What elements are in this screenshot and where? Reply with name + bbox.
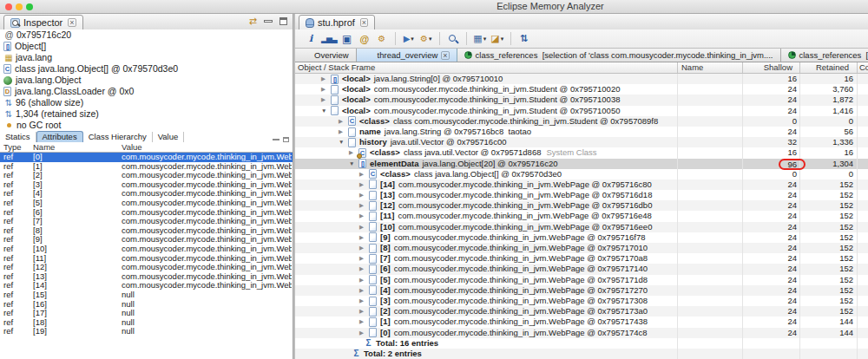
minimize-view-icon[interactable]	[264, 20, 273, 23]
minimize-section-icon[interactable]	[273, 139, 279, 140]
compare-icon-button[interactable]: ⇅	[517, 31, 531, 47]
minimize-window-button[interactable]	[16, 3, 23, 10]
tab-class-references-1[interactable]: class_references [selection of 'class co…	[457, 49, 781, 62]
tree-row[interactable]: Σ Total: 16 entries	[295, 338, 868, 349]
dropdown-arrow-icon[interactable]: ▾	[411, 36, 414, 42]
attribute-row[interactable]: ref [15] null	[0, 290, 293, 300]
overview-icon-button[interactable]: i	[304, 31, 318, 47]
tab-class-hierarchy[interactable]: Class Hierarchy	[83, 132, 153, 142]
tree-row[interactable]: ▶ [0] com.mousycoder.mycode.thinking_in_…	[295, 328, 868, 338]
tree-row[interactable]: ▶ name java.lang.String @ 0x795716bc8 ta…	[295, 127, 868, 137]
tree-row[interactable]: ▶ C <class> class java.util.Vector @ 0x7…	[295, 147, 868, 158]
attribute-row[interactable]: ref [19] null	[0, 327, 293, 336]
attribute-row[interactable]: ref [4] com.mousycoder.mycode.thinking_i…	[0, 189, 293, 199]
close-icon[interactable]: ×	[360, 18, 368, 27]
attribute-row[interactable]: ref [3] com.mousycoder.mycode.thinking_i…	[0, 180, 293, 190]
tree-row[interactable]: ▶ [2] com.mousycoder.mycode.thinking_in_…	[295, 306, 868, 317]
attribute-row[interactable]: ref [2] com.mousycoder.mycode.thinking_i…	[0, 171, 293, 180]
attribute-row[interactable]: ref [10] com.mousycoder.mycode.thinking_…	[0, 245, 293, 254]
close-window-button[interactable]	[5, 3, 12, 10]
expander-icon[interactable]: ▶	[359, 180, 369, 190]
expander-icon[interactable]: ▼	[339, 137, 348, 147]
close-icon[interactable]: ×	[68, 18, 76, 27]
expander-icon[interactable]: ▶	[359, 243, 369, 253]
tree-row[interactable]: ▶ [14] com.mousycoder.mycode.thinking_in…	[295, 180, 868, 190]
tree-row[interactable]: ▶ C <class> class java.lang.Object[] @ 0…	[295, 169, 868, 180]
tree-row[interactable]: ▶ [9] com.mousycoder.mycode.thinking_in_…	[295, 232, 868, 243]
tree-row[interactable]: ▶ <local> com.mousycoder.mycode.thinking…	[295, 95, 868, 105]
column-separator[interactable]	[742, 62, 743, 73]
column-separator[interactable]	[799, 62, 800, 73]
expander-icon[interactable]: ▶	[359, 253, 369, 264]
tree-row[interactable]: ▶ [11] com.mousycoder.mycode.thinking_in…	[295, 211, 868, 221]
tree-row[interactable]: ▶ [] <local> java.lang.String[0] @ 0x795…	[295, 74, 868, 84]
retained-size-icon-button[interactable]: ▦ ▾	[473, 31, 487, 47]
column-header-type[interactable]: Type	[3, 142, 22, 152]
run-expert-test-icon-button[interactable]: ▶ ▾	[402, 31, 416, 47]
dominator-tree-icon-button[interactable]: ▣	[340, 31, 354, 47]
tree-row[interactable]: ▼ history java.util.Vector @ 0x795716c00…	[295, 137, 868, 147]
expander-icon[interactable]: ▶	[321, 74, 331, 84]
expander-icon[interactable]: ▶	[339, 127, 348, 137]
tab-thread-overview[interactable]: thread_overview ×	[357, 49, 457, 62]
expander-icon[interactable]: ▶	[359, 264, 369, 274]
tree-row[interactable]: ▼ [] elementData java.lang.Object[20] @ …	[295, 159, 868, 169]
expander-icon[interactable]: ▶	[359, 285, 369, 296]
expander-icon[interactable]: ▶	[359, 211, 369, 221]
expander-icon[interactable]: ▶	[359, 275, 369, 285]
dropdown-arrow-icon[interactable]: ▾	[501, 36, 504, 42]
thread-overview-icon-button[interactable]: ⚙	[375, 31, 389, 47]
expander-icon[interactable]: ▶	[359, 190, 369, 200]
expander-icon[interactable]: ▼	[321, 106, 331, 116]
export-icon-button[interactable]: ◪ ▾	[490, 31, 504, 47]
attribute-row[interactable]: ref [6] com.mousycoder.mycode.thinking_i…	[0, 208, 293, 218]
tree-row[interactable]: ▶ [10] com.mousycoder.mycode.thinking_in…	[295, 222, 868, 232]
column-header-name[interactable]: Name	[681, 62, 703, 73]
attribute-row[interactable]: ref [8] com.mousycoder.mycode.thinking_i…	[0, 226, 293, 236]
expander-icon[interactable]: ▶	[359, 232, 369, 243]
tree-row[interactable]: ▶ [8] com.mousycoder.mycode.thinking_in_…	[295, 243, 868, 253]
attribute-row[interactable]: ref [0] com.mousycoder.mycode.thinking_i…	[0, 153, 293, 162]
tree-row[interactable]: ▶ [13] com.mousycoder.mycode.thinking_in…	[295, 190, 868, 200]
tree-row[interactable]: ▶ [6] com.mousycoder.mycode.thinking_in_…	[295, 264, 868, 274]
expander-icon[interactable]: ▶	[359, 222, 369, 232]
close-icon[interactable]: ×	[441, 51, 449, 60]
tree-row[interactable]: ▶ [3] com.mousycoder.mycode.thinking_in_…	[295, 296, 868, 306]
column-header-value[interactable]: Value	[122, 142, 142, 152]
tree-row[interactable]: ▶ [1] com.mousycoder.mycode.thinking_in_…	[295, 317, 868, 327]
dropdown-arrow-icon[interactable]: ▾	[429, 36, 432, 42]
expander-icon[interactable]: ▶	[359, 200, 369, 211]
inspector-tab[interactable]: Inspector ×	[3, 15, 83, 30]
column-separator[interactable]	[677, 62, 678, 73]
column-separator[interactable]	[857, 62, 858, 73]
expander-icon[interactable]: ▶	[339, 116, 348, 127]
heap-file-tab[interactable]: stu.hprof ×	[299, 15, 375, 30]
tree-row[interactable]: ▶ [5] com.mousycoder.mycode.thinking_in_…	[295, 275, 868, 285]
tree-row[interactable]: Σ Total: 2 entries	[295, 349, 868, 359]
expander-icon[interactable]: ▶	[359, 328, 369, 338]
tab-value[interactable]: Value	[153, 132, 185, 142]
dropdown-arrow-icon[interactable]: ▾	[483, 36, 487, 42]
tree-row[interactable]: ▶ C <class> class com.mousycoder.mycode.…	[295, 116, 868, 127]
tree-row[interactable]: ▶ <local> com.mousycoder.mycode.thinking…	[295, 84, 868, 95]
tab-overview[interactable]: Overview	[295, 49, 357, 62]
tree-row[interactable]: ▼ <local> com.mousycoder.mycode.thinking…	[295, 106, 868, 116]
expander-icon[interactable]: ▶	[359, 306, 369, 317]
expander-icon[interactable]: ▶	[359, 169, 369, 180]
zoom-window-button[interactable]	[26, 3, 33, 10]
column-header-context[interactable]: Con	[859, 62, 868, 73]
attribute-row[interactable]: ref [5] com.mousycoder.mycode.thinking_i…	[0, 199, 293, 208]
tab-statics[interactable]: Statics	[0, 132, 36, 142]
tab-attributes[interactable]: Attributes	[36, 131, 83, 142]
oql-icon-button[interactable]: @	[358, 31, 372, 47]
attribute-row[interactable]: ref [7] com.mousycoder.mycode.thinking_i…	[0, 217, 293, 226]
tree-row[interactable]: ▶ [7] com.mousycoder.mycode.thinking_in_…	[295, 253, 868, 264]
tab-class-references-2[interactable]: class_references [selection of 'class co…	[781, 49, 868, 62]
attribute-row[interactable]: ref [1] com.mousycoder.mycode.thinking_i…	[0, 162, 293, 172]
column-header-name[interactable]: Name	[33, 142, 55, 152]
expander-icon[interactable]: ▶	[321, 84, 331, 95]
tree-row[interactable]: ▶ [12] com.mousycoder.mycode.thinking_in…	[295, 200, 868, 211]
expander-icon[interactable]: ▼	[349, 159, 358, 169]
search-icon-button[interactable]	[446, 31, 460, 47]
query-browser-icon-button[interactable]: ⚙ ▾	[419, 31, 433, 47]
